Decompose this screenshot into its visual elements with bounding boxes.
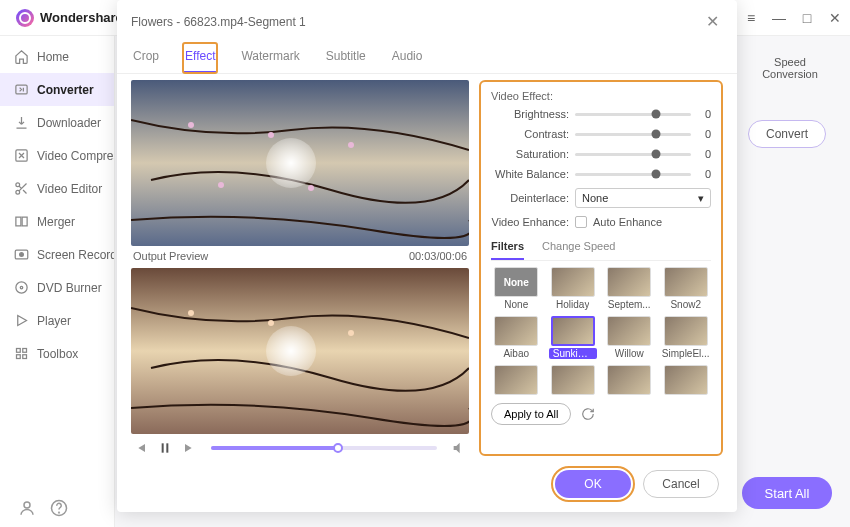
convert-button[interactable]: Convert — [748, 120, 826, 148]
auto-enhance-checkbox[interactable] — [575, 216, 587, 228]
filter-thumbnail — [551, 365, 595, 395]
filter-item-9[interactable] — [548, 365, 599, 397]
sub-tabs: FiltersChange Speed — [491, 236, 711, 261]
sidebar-item-label: DVD Burner — [37, 281, 102, 295]
dialog-close-icon[interactable]: ✕ — [702, 8, 723, 35]
tab-watermark[interactable]: Watermark — [239, 43, 301, 73]
video-enhance-label: Video Enhance: — [491, 216, 569, 228]
slider-value: 0 — [697, 148, 711, 160]
svg-point-17 — [59, 512, 60, 513]
user-icon[interactable] — [18, 499, 36, 517]
progress-slider[interactable] — [211, 446, 437, 450]
svg-point-19 — [268, 132, 274, 138]
filter-sunkissed[interactable]: Sunkissed — [548, 316, 599, 359]
sidebar-item-video-compressor[interactable]: Video Compressor — [0, 139, 114, 172]
slider-value: 0 — [697, 128, 711, 140]
tab-subtitle[interactable]: Subtitle — [324, 43, 368, 73]
filter-label: Holiday — [556, 299, 589, 310]
preview-output — [131, 268, 469, 434]
menu-icon[interactable]: ≡ — [744, 11, 758, 25]
tab-audio[interactable]: Audio — [390, 43, 425, 73]
volume-icon[interactable] — [451, 440, 467, 456]
tab-effect[interactable]: Effect — [183, 43, 217, 73]
contrast-slider[interactable] — [575, 133, 691, 136]
record-icon — [14, 247, 29, 262]
play-icon — [14, 313, 29, 328]
sidebar-item-label: Video Compressor — [37, 149, 114, 163]
ok-button[interactable]: OK — [555, 470, 631, 498]
filter-septem...[interactable]: Septem... — [604, 267, 655, 310]
filter-item-8[interactable] — [491, 365, 542, 397]
filter-none[interactable]: NoneNone — [491, 267, 542, 310]
filter-thumbnail: None — [494, 267, 538, 297]
filter-label: None — [504, 299, 528, 310]
filter-label: Septem... — [608, 299, 651, 310]
filter-willow[interactable]: Willow — [604, 316, 655, 359]
filter-holiday[interactable]: Holiday — [548, 267, 599, 310]
filter-item-11[interactable] — [661, 365, 712, 397]
sidebar-item-player[interactable]: Player — [0, 304, 114, 337]
sidebar-item-merger[interactable]: Merger — [0, 205, 114, 238]
video-effect-title: Video Effect: — [491, 90, 711, 102]
filter-simpleel...[interactable]: SimpleEl... — [661, 316, 712, 359]
prev-icon[interactable] — [133, 440, 149, 456]
refresh-icon[interactable] — [581, 407, 595, 421]
sidebar-item-label: Toolbox — [37, 347, 78, 361]
app-name: Wondershare — [40, 10, 123, 25]
slider-value: 0 — [697, 108, 711, 120]
speed-conversion-label: Speed Conversion — [748, 56, 832, 80]
scissors-icon — [14, 181, 29, 196]
sidebar-item-video-editor[interactable]: Video Editor — [0, 172, 114, 205]
filter-label: Snow2 — [670, 299, 701, 310]
svg-point-22 — [308, 185, 314, 191]
svg-rect-13 — [17, 355, 21, 359]
effects-panel: Video Effect: Brightness:0Contrast:0Satu… — [479, 80, 723, 456]
pause-icon[interactable] — [157, 440, 173, 456]
filter-thumbnail — [494, 316, 538, 346]
maximize-icon[interactable]: □ — [800, 11, 814, 25]
filter-thumbnail — [607, 316, 651, 346]
sub-tab-filters[interactable]: Filters — [491, 236, 524, 260]
filter-thumbnail — [551, 316, 595, 346]
toolbox-icon — [14, 346, 29, 361]
filter-label: SimpleEl... — [662, 348, 710, 359]
sidebar-item-label: Screen Recorder — [37, 248, 114, 262]
disc-icon — [14, 280, 29, 295]
filter-snow2[interactable]: Snow2 — [661, 267, 712, 310]
svg-point-9 — [20, 286, 23, 289]
sidebar-item-screen-recorder[interactable]: Screen Recorder — [0, 238, 114, 271]
minimize-icon[interactable]: — — [772, 11, 786, 25]
saturation-slider[interactable] — [575, 153, 691, 156]
tab-crop[interactable]: Crop — [131, 43, 161, 73]
cancel-button[interactable]: Cancel — [643, 470, 719, 498]
sidebar-item-label: Merger — [37, 215, 75, 229]
next-icon[interactable] — [181, 440, 197, 456]
svg-point-23 — [188, 310, 194, 316]
dialog-tabs: CropEffectWatermarkSubtitleAudio — [117, 35, 737, 74]
sub-tab-change-speed[interactable]: Change Speed — [542, 236, 615, 260]
deinterlace-label: Deinterlace: — [491, 192, 569, 204]
brightness-slider[interactable] — [575, 113, 691, 116]
sidebar-item-toolbox[interactable]: Toolbox — [0, 337, 114, 370]
filter-aibao[interactable]: Aibao — [491, 316, 542, 359]
output-preview-label: Output Preview — [133, 250, 208, 262]
apply-to-all-button[interactable]: Apply to All — [491, 403, 571, 425]
deinterlace-select[interactable]: None ▾ — [575, 188, 711, 208]
svg-rect-27 — [166, 443, 168, 452]
svg-point-24 — [268, 320, 274, 326]
sidebar-item-downloader[interactable]: Downloader — [0, 106, 114, 139]
logo-icon — [16, 9, 34, 27]
sidebar-item-label: Downloader — [37, 116, 101, 130]
compress-icon — [14, 148, 29, 163]
sidebar-item-converter[interactable]: Converter — [0, 73, 114, 106]
help-icon[interactable] — [50, 499, 68, 517]
sidebar-item-home[interactable]: Home — [0, 40, 114, 73]
start-all-button[interactable]: Start All — [742, 477, 832, 509]
white-balance-slider[interactable] — [575, 173, 691, 176]
close-icon[interactable]: ✕ — [828, 11, 842, 25]
sidebar: HomeConverterDownloaderVideo CompressorV… — [0, 36, 115, 527]
sidebar-item-dvd-burner[interactable]: DVD Burner — [0, 271, 114, 304]
slider-value: 0 — [697, 168, 711, 180]
filter-label: Aibao — [503, 348, 529, 359]
filter-item-10[interactable] — [604, 365, 655, 397]
